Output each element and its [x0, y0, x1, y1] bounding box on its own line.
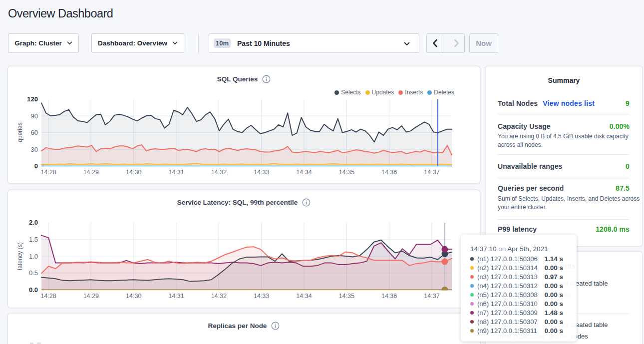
- svg-text:14:32: 14:32: [211, 293, 227, 300]
- svg-text:14:34: 14:34: [296, 293, 312, 300]
- svg-text:14:37: 14:37: [424, 169, 439, 176]
- svg-text:14:31: 14:31: [168, 169, 184, 176]
- svg-text:14:28: 14:28: [40, 169, 56, 176]
- svg-text:14:36: 14:36: [381, 293, 397, 300]
- svg-text:2.0: 2.0: [29, 219, 38, 226]
- svg-text:1.0: 1.0: [29, 253, 38, 260]
- svg-text:14:34: 14:34: [296, 169, 312, 176]
- svg-text:14:35: 14:35: [339, 293, 354, 300]
- svg-text:30: 30: [31, 146, 38, 153]
- svg-text:14:35: 14:35: [339, 169, 354, 176]
- svg-text:14:28: 14:28: [40, 293, 56, 300]
- svg-text:14:32: 14:32: [211, 169, 227, 176]
- svg-text:14:37: 14:37: [424, 293, 439, 300]
- svg-text:14:31: 14:31: [168, 293, 184, 300]
- svg-text:90: 90: [31, 112, 38, 120]
- svg-text:14:33: 14:33: [254, 169, 269, 176]
- svg-text:latency (s): latency (s): [16, 242, 23, 270]
- svg-text:14:30: 14:30: [126, 169, 141, 176]
- svg-text:1.5: 1.5: [29, 236, 38, 243]
- svg-text:14:33: 14:33: [254, 293, 269, 300]
- svg-text:14:36: 14:36: [381, 169, 397, 176]
- svg-text:120: 120: [27, 95, 38, 103]
- svg-text:0: 0: [34, 162, 38, 170]
- svg-text:0.0: 0.0: [29, 286, 38, 294]
- svg-text:14:29: 14:29: [83, 169, 99, 176]
- svg-text:14:30: 14:30: [126, 293, 141, 300]
- svg-text:0.5: 0.5: [29, 269, 38, 277]
- svg-text:queries: queries: [16, 122, 23, 142]
- svg-text:14:29: 14:29: [83, 293, 99, 300]
- svg-text:60: 60: [31, 129, 38, 136]
